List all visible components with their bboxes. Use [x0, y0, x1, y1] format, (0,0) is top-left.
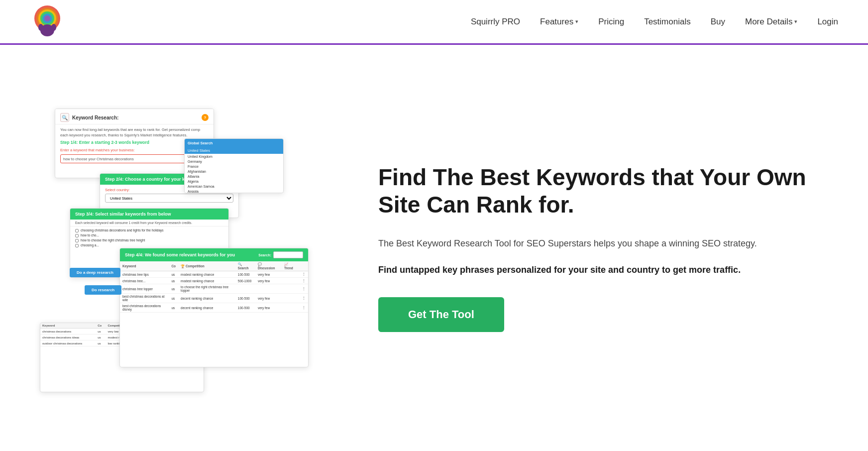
col-co: Co	[169, 261, 178, 271]
dropdown-item-uk[interactable]: United Kingdom	[185, 154, 283, 159]
keyword-search-icon: 🔍	[60, 113, 69, 122]
cta-get-tool-button[interactable]: Get The Tool	[378, 297, 504, 332]
nav-login[interactable]: Login	[817, 17, 838, 27]
table-row: christmas tree tipsusmodest ranking chan…	[120, 271, 308, 278]
svg-point-5	[44, 15, 50, 21]
hero-subtext: The Best Keyword Research Tool for SEO S…	[378, 236, 828, 251]
panel-found-keywords: Step 4/4: We found some relevant keyword…	[119, 248, 309, 367]
similar-kw-1[interactable]: choosing christmas decorations and light…	[75, 228, 223, 232]
table-row: christmas tree topperusto choose the rig…	[120, 284, 308, 294]
nav-buy[interactable]: Buy	[711, 17, 725, 27]
table-row: best christmas decorations at wileusdece…	[120, 294, 308, 303]
logo-area	[30, 4, 65, 39]
table-row: christmas tree...usmodest ranking chance…	[120, 278, 308, 284]
kw2-checkbox[interactable]	[75, 234, 79, 237]
hero-headline: Find The Best Keywords that Your Own Sit…	[378, 164, 828, 219]
do-research-button[interactable]: Do research	[85, 285, 121, 295]
col-discussion: 💬 Discussion	[255, 261, 282, 271]
dropdown-item-dz[interactable]: Algeria	[185, 179, 283, 184]
keyword-table-search[interactable]	[273, 251, 303, 258]
main-content: 🔍 Keyword Research: ? You can now find l…	[0, 45, 868, 451]
mockup-area: 🔍 Keyword Research: ? You can now find l…	[40, 109, 328, 387]
col-trend: 📈 Trend	[282, 261, 300, 271]
dropdown-item-de[interactable]: Germany	[185, 159, 283, 164]
hero-content: Find The Best Keywords that Your Own Sit…	[358, 164, 828, 332]
dropdown-item-fr[interactable]: France	[185, 164, 283, 169]
nav-pricing[interactable]: Pricing	[598, 17, 624, 27]
svg-point-8	[51, 24, 56, 31]
similar-kw-3[interactable]: how to choose the right christmas tree h…	[75, 238, 223, 242]
kw3-checkbox[interactable]	[75, 239, 79, 242]
country-dropdown: Global Search United States United Kingd…	[184, 138, 284, 193]
features-chevron-icon: ▾	[575, 18, 578, 25]
kw4-checkbox[interactable]	[75, 244, 79, 247]
nav-squirrly-pro[interactable]: Squirrly PRO	[471, 17, 520, 27]
dropdown-item-ao[interactable]: Angola	[185, 189, 283, 193]
col-keyword: Keyword	[120, 261, 169, 271]
squirrly-logo	[30, 4, 65, 39]
svg-point-7	[38, 24, 43, 31]
dropdown-item-as[interactable]: American Samoa	[185, 184, 283, 189]
hero-highlight: Find untapped key phrases personalized f…	[378, 263, 828, 277]
similar-kw-4[interactable]: choosing a...	[75, 243, 223, 247]
similar-kw-2[interactable]: how to cho...	[75, 233, 223, 237]
panel4-header: Step 4/4: We found some relevant keyword…	[125, 252, 235, 257]
site-header: Squirrly PRO Features ▾ Pricing Testimon…	[0, 0, 868, 45]
dropdown-item-al[interactable]: Albania	[185, 174, 283, 179]
country-select[interactable]: United States	[105, 194, 233, 203]
nav-features[interactable]: Features ▾	[540, 17, 578, 27]
panel1-title: Keyword Research:	[72, 115, 118, 120]
col-search: 🔍 Search	[235, 261, 255, 271]
kw1-checkbox[interactable]	[75, 229, 79, 232]
nav-testimonials[interactable]: Testimonials	[644, 17, 691, 27]
panel1-body-text: You can now find long-tail keywords that…	[60, 127, 209, 138]
col-competition: 🏆 Competition	[178, 261, 235, 271]
panel3-header: Step 3/4: Select similar keywords from b…	[70, 209, 228, 220]
nav-more-details[interactable]: More Details ▾	[745, 17, 797, 27]
main-nav: Squirrly PRO Features ▾ Pricing Testimon…	[471, 17, 838, 27]
deep-research-button[interactable]: Do a deep research	[70, 268, 120, 277]
dropdown-search: Global Search	[185, 139, 283, 147]
table-row: best christmas decorations disneyusdecen…	[120, 303, 308, 313]
dropdown-selected: United States	[185, 147, 283, 154]
panel3-sub: Each selected keyword will consume 1 cre…	[70, 220, 228, 226]
help-icon: ?	[202, 114, 209, 121]
dropdown-item-af[interactable]: Afghanistan	[185, 169, 283, 174]
more-details-chevron-icon: ▾	[794, 18, 797, 25]
